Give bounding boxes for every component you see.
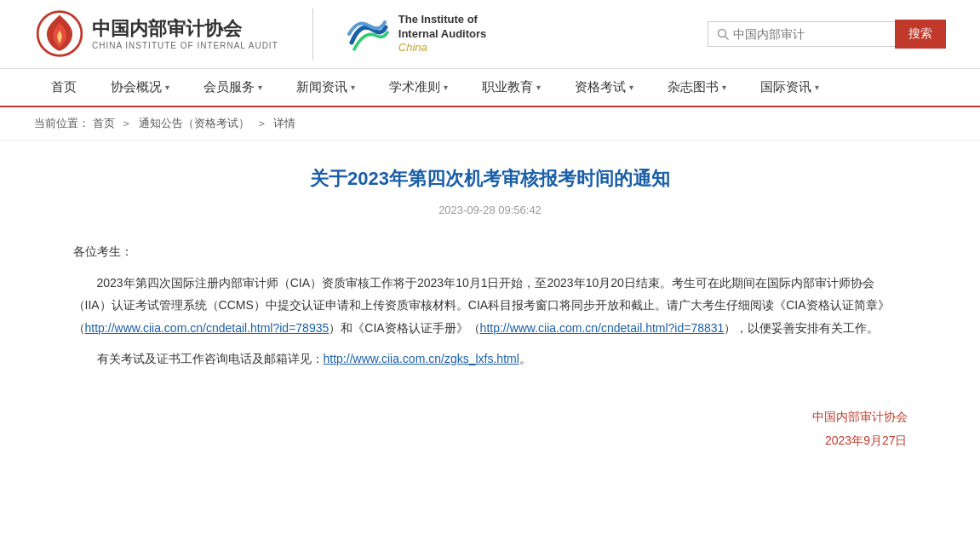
- breadcrumb-notice[interactable]: 通知公告（资格考试）: [139, 117, 249, 129]
- logo-en: CHINA INSTITUTE OF INTERNAL AUDIT: [92, 41, 278, 50]
- nav-item-books[interactable]: 杂志图书 ▾: [650, 69, 743, 106]
- chevron-down-icon: ▾: [815, 83, 819, 92]
- nav-item-home[interactable]: 首页: [34, 69, 94, 106]
- ciia-logo-icon: [34, 9, 85, 60]
- breadcrumb: 当前位置： 首页 ＞ 通知公告（资格考试） ＞ 详情: [0, 107, 980, 141]
- nav-label-about: 协会概况: [111, 79, 162, 95]
- footer-org: 中国内部审计协会: [73, 405, 908, 428]
- nav-item-education[interactable]: 职业教育 ▾: [465, 69, 558, 106]
- logo-right: The Institute of Internal Auditors China: [347, 13, 487, 56]
- search-area: 搜索: [708, 20, 946, 49]
- nav-label-books: 杂志图书: [668, 79, 719, 95]
- article-para1-end: ），以便妥善安排有关工作。: [724, 321, 879, 335]
- article-para2-prefix: 有关考试及证书工作咨询电话及邮箱详见：: [73, 352, 324, 365]
- breadcrumb-sep2: ＞: [256, 117, 267, 129]
- article-link2[interactable]: http://www.ciia.com.cn/cndetail.html?id=…: [480, 321, 725, 335]
- article-para1: 2023年第四次国际注册内部审计师（CIA）资质审核工作将于2023年10月1日…: [73, 272, 908, 340]
- article-greeting: 各位考生：: [73, 240, 908, 263]
- nav-item-exam[interactable]: 资格考试 ▾: [558, 69, 650, 106]
- search-icon: [717, 28, 729, 40]
- nav-label-news: 新闻资讯: [296, 79, 347, 95]
- footer-date: 2023年9月27日: [73, 428, 908, 452]
- chevron-down-icon: ▾: [536, 83, 541, 92]
- article-footer: 中国内部审计协会 2023年9月27日: [73, 405, 908, 452]
- breadcrumb-detail: 详情: [273, 117, 295, 129]
- article-title: 关于2023年第四次机考审核报考时间的通知: [73, 166, 908, 192]
- nav-label-academic: 学术准则: [389, 79, 440, 95]
- iia-china: China: [398, 41, 487, 55]
- breadcrumb-sep1: ＞: [121, 117, 132, 129]
- article-para2-end: 。: [519, 352, 531, 365]
- nav-item-member[interactable]: 会员服务 ▾: [186, 69, 279, 106]
- chevron-down-icon: ▾: [444, 83, 448, 92]
- article-body: 各位考生： 2023年第四次国际注册内部审计师（CIA）资质审核工作将于2023…: [73, 240, 908, 371]
- article-link1[interactable]: http://www.ciia.com.cn/cndetail.html?id=…: [85, 321, 330, 335]
- breadcrumb-prefix: 当前位置：: [34, 117, 89, 129]
- main-nav: 首页 协会概况 ▾ 会员服务 ▾ 新闻资讯 ▾ 学术准则 ▾ 职业教育 ▾ 资格…: [0, 69, 980, 107]
- nav-label-member: 会员服务: [203, 79, 255, 95]
- iia-line1: The Institute of: [398, 13, 487, 27]
- iia-line2: Internal Auditors: [398, 27, 487, 42]
- chevron-down-icon: ▾: [165, 83, 169, 92]
- main-content: 关于2023年第四次机考审核报考时间的通知 2023-09-28 09:56:4…: [39, 141, 942, 503]
- nav-label-exam: 资格考试: [575, 79, 626, 95]
- logo-divider: [312, 9, 313, 60]
- article-para1-mid: ）和《CIA资格认证手册》（: [329, 321, 479, 335]
- nav-item-news[interactable]: 新闻资讯 ▾: [279, 69, 372, 106]
- logo-left: 中国内部审计协会 CHINA INSTITUTE OF INTERNAL AUD…: [34, 9, 278, 60]
- svg-line-2: [725, 37, 729, 40]
- nav-item-academic[interactable]: 学术准则 ▾: [372, 69, 465, 106]
- chevron-down-icon: ▾: [722, 83, 726, 92]
- article-link3[interactable]: http://www.ciia.com.cn/zgks_lxfs.html: [324, 352, 519, 365]
- chevron-down-icon: ▾: [629, 83, 633, 92]
- nav-label-education: 职业教育: [482, 79, 533, 95]
- iia-text: The Institute of Internal Auditors China: [398, 13, 487, 56]
- chevron-down-icon: ▾: [351, 83, 355, 92]
- search-input-wrap: [708, 21, 895, 47]
- iia-logo-icon: [347, 17, 390, 51]
- search-input[interactable]: [733, 27, 886, 41]
- chevron-down-icon: ▾: [258, 83, 262, 92]
- article-date: 2023-09-28 09:56:42: [73, 204, 908, 216]
- nav-label-home: 首页: [51, 79, 77, 95]
- header: 中国内部审计协会 CHINA INSTITUTE OF INTERNAL AUD…: [0, 0, 980, 69]
- nav-item-about[interactable]: 协会概况 ▾: [94, 69, 186, 106]
- breadcrumb-home[interactable]: 首页: [93, 117, 115, 129]
- article-para2: 有关考试及证书工作咨询电话及邮箱详见：http://www.ciia.com.c…: [73, 348, 908, 371]
- nav-label-intl: 国际资讯: [760, 79, 811, 95]
- nav-item-intl[interactable]: 国际资讯 ▾: [743, 69, 836, 106]
- logo-cn: 中国内部审计协会: [92, 18, 278, 40]
- search-button[interactable]: 搜索: [895, 20, 946, 49]
